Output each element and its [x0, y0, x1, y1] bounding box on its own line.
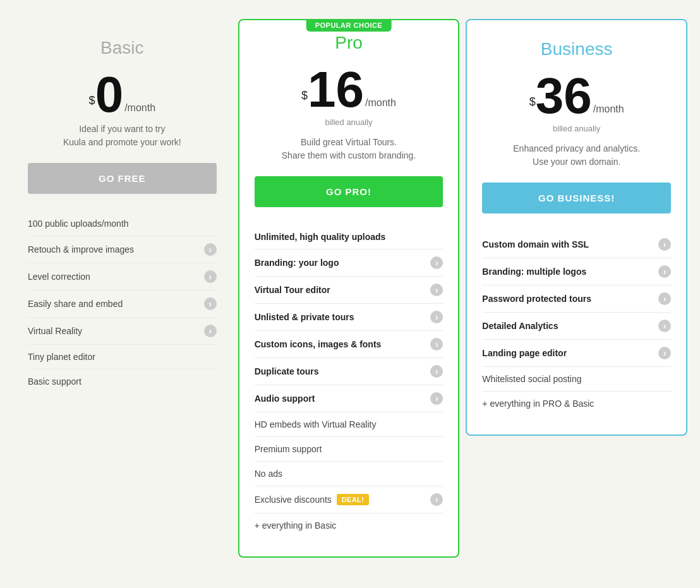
deal-badge: DEAL! [337, 494, 369, 505]
list-item: Custom icons, images & fonts [255, 331, 444, 358]
chevron-icon[interactable] [658, 292, 671, 305]
list-item: Password protected tours [482, 285, 671, 313]
list-item: Audio support [255, 385, 444, 412]
go-business-button[interactable]: GO BUSINESS! [482, 183, 671, 213]
basic-price-row: $ 0 /month [28, 69, 217, 120]
business-plan-title: Business [482, 39, 671, 59]
basic-plan-card: Basic $ 0 /month Ideal if you want to tr… [13, 19, 232, 412]
list-item: Whitelisted social posting [482, 367, 671, 392]
business-price-period: /month [593, 104, 624, 115]
basic-currency: $ [89, 94, 95, 107]
list-item: Detailed Analytics [482, 313, 671, 340]
list-item: HD embeds with Virtual Reality [255, 412, 444, 437]
chevron-icon[interactable] [658, 265, 671, 278]
list-item: Tiny planet editor [28, 345, 217, 369]
list-item: Easily share and embed [28, 291, 217, 318]
list-item: Retouch & improve images [28, 236, 217, 263]
feature-label: No ads [255, 469, 282, 479]
chevron-icon[interactable] [430, 365, 443, 378]
list-item: Branding: multiple logos [482, 258, 671, 285]
chevron-icon[interactable] [204, 325, 217, 337]
feature-label: Level correction [28, 272, 90, 282]
chevron-icon[interactable] [204, 297, 217, 310]
feature-label: Virtual Reality [28, 326, 82, 336]
pro-plan-card: POPULAR CHOICE Pro $ 16 /month billed an… [238, 19, 460, 558]
business-price-row: $ 36 /month [482, 71, 671, 121]
feature-with-badge: Exclusive discounts DEAL! [255, 494, 369, 505]
feature-label: Duplicate tours [255, 366, 319, 376]
go-pro-button[interactable]: GO PRO! [255, 176, 444, 207]
chevron-icon[interactable] [430, 311, 443, 323]
feature-label: Basic support [28, 376, 81, 387]
list-item: 100 public uploads/month [28, 212, 217, 236]
chevron-icon[interactable] [430, 256, 443, 269]
business-price-amount: 36 [536, 71, 592, 121]
feature-label: Branding: multiple logos [482, 267, 586, 277]
pro-price-period: /month [365, 97, 396, 109]
list-item: Duplicate tours [255, 358, 444, 385]
feature-label: Premium support [255, 444, 322, 454]
feature-label: Branding: your logo [255, 258, 339, 268]
feature-label: Unlisted & private tours [255, 312, 354, 322]
feature-label: Retouch & improve images [28, 244, 134, 255]
list-item: + everything in Basic [255, 513, 444, 537]
chevron-icon[interactable] [430, 392, 443, 405]
feature-label: Detailed Analytics [482, 321, 558, 331]
list-item: Basic support [28, 369, 217, 393]
popular-badge: POPULAR CHOICE [306, 19, 392, 32]
basic-description: Ideal if you want to tryKuula and promot… [28, 123, 217, 149]
business-features-list: Custom domain with SSL Branding: multipl… [482, 231, 671, 416]
list-item: No ads [255, 462, 444, 486]
list-item: Unlimited, high quality uploads [255, 225, 444, 249]
feature-label: + everything in Basic [255, 520, 337, 531]
list-item: Branding: your logo [255, 249, 444, 277]
chevron-icon[interactable] [658, 238, 671, 251]
chevron-icon[interactable] [658, 347, 671, 359]
feature-label: Virtual Tour editor [255, 285, 330, 295]
chevron-icon[interactable] [204, 270, 217, 283]
feature-label: + everything in PRO & Basic [482, 399, 594, 409]
feature-label: HD embeds with Virtual Reality [255, 419, 377, 429]
list-item: Exclusive discounts DEAL! [255, 486, 444, 513]
pro-description: Build great Virtual Tours.Share them wit… [255, 136, 444, 162]
business-plan-card: Business $ 36 /month billed anually Enha… [466, 19, 687, 436]
chevron-icon[interactable] [430, 493, 443, 506]
list-item: Virtual Tour editor [255, 277, 444, 304]
business-description: Enhanced privacy and analytics.Use your … [482, 142, 671, 169]
chevron-icon[interactable] [658, 320, 671, 332]
pro-currency: $ [301, 89, 308, 102]
pricing-container: Basic $ 0 /month Ideal if you want to tr… [13, 13, 687, 558]
feature-label: Password protected tours [482, 294, 591, 304]
basic-features-list: 100 public uploads/month Retouch & impro… [28, 212, 217, 393]
business-billed-text: billed anually [482, 124, 671, 133]
go-free-button[interactable]: GO FREE [28, 163, 217, 194]
list-item: + everything in PRO & Basic [482, 392, 671, 416]
feature-label: Unlimited, high quality uploads [255, 232, 386, 242]
feature-label: Easily share and embed [28, 299, 123, 309]
feature-label: Exclusive discounts [255, 495, 332, 505]
list-item: Premium support [255, 437, 444, 462]
basic-price-amount: 0 [95, 69, 124, 120]
feature-label: Landing page editor [482, 348, 567, 358]
list-item: Level correction [28, 263, 217, 291]
pro-features-list: Unlimited, high quality uploads Branding… [255, 225, 444, 537]
feature-label: Audio support [255, 393, 315, 404]
basic-plan-title: Basic [28, 38, 217, 58]
feature-label: Custom icons, images & fonts [255, 339, 382, 349]
pro-plan-title: Pro [255, 33, 444, 53]
pro-price-amount: 16 [308, 64, 364, 115]
list-item: Landing page editor [482, 340, 671, 367]
chevron-icon[interactable] [430, 338, 443, 351]
list-item: Custom domain with SSL [482, 231, 671, 258]
chevron-icon[interactable] [204, 243, 217, 256]
pro-billed-text: billed anually [255, 117, 444, 127]
pro-price-row: $ 16 /month [255, 64, 444, 115]
list-item: Virtual Reality [28, 318, 217, 345]
feature-label: Tiny planet editor [28, 352, 95, 362]
basic-price-period: /month [124, 102, 155, 114]
feature-label: 100 public uploads/month [28, 219, 129, 229]
chevron-icon[interactable] [430, 284, 443, 296]
feature-label: Whitelisted social posting [482, 374, 581, 384]
feature-label: Custom domain with SSL [482, 239, 589, 249]
list-item: Unlisted & private tours [255, 304, 444, 331]
